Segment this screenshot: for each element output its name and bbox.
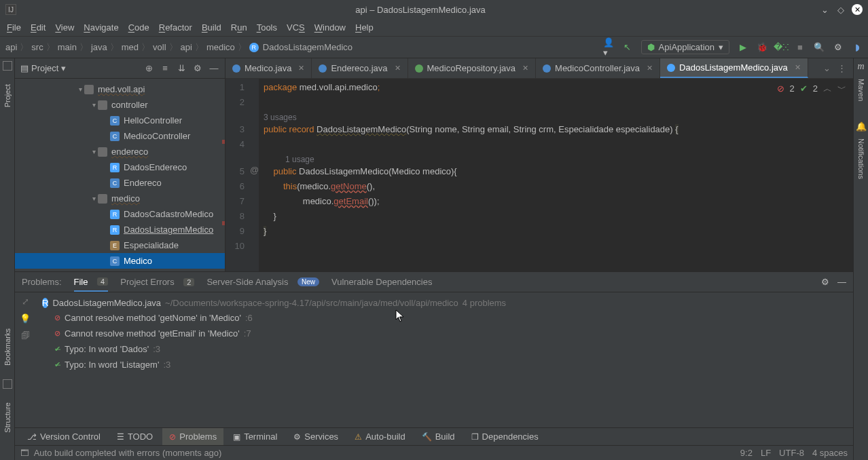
- tree-item[interactable]: med.voll.api: [98, 84, 145, 94]
- tree-item[interactable]: HelloController: [124, 115, 182, 126]
- breadcrumb[interactable]: api〉 src〉 main〉 java〉 med〉 voll〉 api〉 me…: [5, 41, 352, 54]
- user-icon[interactable]: 👤▾: [603, 42, 614, 53]
- tool-terminal[interactable]: ▣Terminal: [226, 428, 284, 445]
- close-tab-icon[interactable]: ✕: [395, 64, 401, 73]
- tool-dependencies[interactable]: ❒Dependencies: [465, 428, 545, 445]
- run-coverage-icon[interactable]: �ⵘ: [776, 42, 786, 53]
- notifications-icon[interactable]: 🔔: [856, 121, 867, 132]
- menu-window[interactable]: Window: [314, 22, 346, 33]
- tree-item[interactable]: DadosListagemMedico: [124, 225, 213, 235]
- crumb-file[interactable]: DadosListagemMedico: [263, 42, 352, 52]
- problem-item[interactable]: ⊘Cannot resolve method 'getNome' in 'Med…: [42, 310, 846, 326]
- tool-auto-build[interactable]: ⚠Auto-build: [348, 428, 412, 445]
- editor-tab[interactable]: MedicoController.java✕: [536, 58, 660, 78]
- prev-icon[interactable]: ︿: [823, 81, 832, 96]
- problems-tab-file[interactable]: File 4: [74, 277, 109, 292]
- close-tab-icon[interactable]: ✕: [298, 64, 304, 73]
- menu-view[interactable]: View: [55, 22, 74, 33]
- close-tab-icon[interactable]: ✕: [647, 64, 653, 73]
- search-icon[interactable]: 🔍: [814, 42, 825, 53]
- menu-refactor[interactable]: Refactor: [159, 22, 192, 33]
- expand-icon[interactable]: ≡: [160, 63, 170, 74]
- tree-item[interactable]: Endereco: [124, 178, 162, 188]
- menu-run[interactable]: Run: [231, 22, 247, 33]
- tool-version-control[interactable]: ⎇Version Control: [20, 428, 107, 445]
- problems-tab-project[interactable]: Project Errors 2: [120, 277, 194, 287]
- bookmarks-tool-label[interactable]: Bookmarks: [3, 328, 12, 366]
- problem-item[interactable]: ✔̶Typo: In word 'Dados' :3: [42, 341, 846, 357]
- tree-item[interactable]: medico: [111, 193, 140, 204]
- editor-tab-active[interactable]: DadosListagemMedico.java✕: [660, 58, 808, 78]
- problems-list[interactable]: R DadosListagemMedico.java ~/Documents/w…: [35, 292, 853, 427]
- gear-icon[interactable]: ⚙: [821, 277, 829, 287]
- crumb[interactable]: voll: [153, 42, 166, 52]
- project-view-selector[interactable]: ▤ Project ▾: [20, 63, 66, 73]
- tab-more-icon[interactable]: ⋮: [837, 63, 846, 73]
- maven-tool-icon[interactable]: m: [857, 61, 864, 72]
- editor-tab[interactable]: Endereco.java✕: [312, 58, 408, 78]
- bulb-icon[interactable]: 💡: [20, 313, 31, 324]
- inspection-widget[interactable]: ⊘2 ✔2 ︿ ﹀: [777, 81, 846, 96]
- close-tab-icon[interactable]: ✕: [522, 64, 528, 73]
- menu-navigate[interactable]: Navigate: [84, 22, 118, 33]
- tool-todo[interactable]: ☰TODO: [110, 428, 160, 445]
- project-tree[interactable]: ▾med.voll.api ▾controller CHelloControll…: [15, 79, 225, 271]
- notifications-tool-label[interactable]: Notifications: [857, 138, 865, 179]
- expand-all-icon[interactable]: ⤢: [22, 296, 29, 307]
- tree-item[interactable]: controller: [111, 100, 147, 110]
- close-tab-icon[interactable]: ✕: [795, 63, 801, 72]
- debug-icon[interactable]: 🐞: [757, 42, 767, 53]
- structure-tool-label[interactable]: Structure: [3, 402, 12, 433]
- copy-icon[interactable]: 🗐: [21, 330, 30, 341]
- back-build-icon[interactable]: ↖: [622, 42, 633, 53]
- crumb[interactable]: java: [91, 42, 107, 52]
- problem-item[interactable]: ✔̶Typo: In word 'Listagem' :3: [42, 357, 846, 372]
- editor-tab[interactable]: MedicoRepository.java✕: [408, 58, 537, 78]
- tree-item[interactable]: DadosEndereco: [124, 162, 187, 172]
- menu-help[interactable]: Help: [355, 22, 374, 33]
- menu-code[interactable]: Code: [128, 22, 149, 33]
- menu-file[interactable]: File: [7, 22, 21, 33]
- crumb[interactable]: api: [5, 42, 17, 52]
- gear-icon[interactable]: ⚙: [192, 63, 203, 74]
- tool-problems[interactable]: ⊘Problems: [162, 428, 223, 445]
- problems-file-header[interactable]: R DadosListagemMedico.java ~/Documents/w…: [42, 295, 846, 310]
- menu-vcs[interactable]: VCS: [287, 22, 305, 33]
- cwm-icon[interactable]: ◗: [852, 42, 863, 53]
- maximize-icon[interactable]: ◇: [835, 4, 846, 15]
- crumb[interactable]: src: [31, 42, 43, 52]
- minimize-icon[interactable]: ⌄: [819, 4, 830, 15]
- status-line-sep[interactable]: LF: [761, 448, 771, 458]
- tree-item[interactable]: MedicoController: [124, 131, 190, 141]
- problems-tab-vuln[interactable]: Vulnerable Dependencies: [331, 277, 432, 287]
- code-area[interactable]: 12 34 5678910 @ package med.voll.api.med…: [225, 79, 853, 271]
- code-text[interactable]: package med.voll.api.medico; 3 usages pu…: [259, 79, 853, 271]
- status-caret-pos[interactable]: 9:2: [740, 448, 753, 458]
- tree-item[interactable]: endereco: [111, 147, 148, 157]
- status-encoding[interactable]: UTF-8: [779, 448, 804, 458]
- status-events-icon[interactable]: 🗔: [20, 448, 29, 458]
- close-icon[interactable]: ✕: [852, 4, 863, 15]
- crumb[interactable]: med: [122, 42, 139, 52]
- project-tool-label[interactable]: Project: [3, 84, 12, 107]
- menu-build[interactable]: Build: [202, 22, 221, 33]
- locate-icon[interactable]: ⊕: [143, 63, 154, 74]
- menu-edit[interactable]: Edit: [31, 22, 46, 33]
- crumb[interactable]: medico: [206, 42, 235, 52]
- problems-tab-server[interactable]: Server-Side Analysis New: [206, 277, 319, 287]
- stop-icon[interactable]: ■: [795, 42, 806, 53]
- crumb[interactable]: api: [181, 42, 192, 52]
- problem-item[interactable]: ⊘Cannot resolve method 'getEmail' in 'Me…: [42, 326, 846, 341]
- tool-build[interactable]: 🔨Build: [415, 428, 462, 445]
- tab-list-icon[interactable]: ⌄: [823, 63, 831, 73]
- tree-item[interactable]: Medico: [124, 256, 152, 266]
- run-config-selector[interactable]: ⬢ ApiApplication ▾: [641, 40, 729, 54]
- tree-item[interactable]: DadosCadastroMedico: [124, 209, 213, 219]
- project-tool-icon[interactable]: [3, 61, 12, 71]
- bookmarks-tool-icon[interactable]: [3, 379, 12, 389]
- menu-tools[interactable]: Tools: [257, 22, 277, 33]
- editor-tab[interactable]: Medico.java✕: [225, 58, 312, 78]
- collapse-icon[interactable]: ⇊: [176, 63, 187, 74]
- settings-icon[interactable]: ⚙: [833, 42, 844, 53]
- crumb[interactable]: main: [58, 42, 77, 52]
